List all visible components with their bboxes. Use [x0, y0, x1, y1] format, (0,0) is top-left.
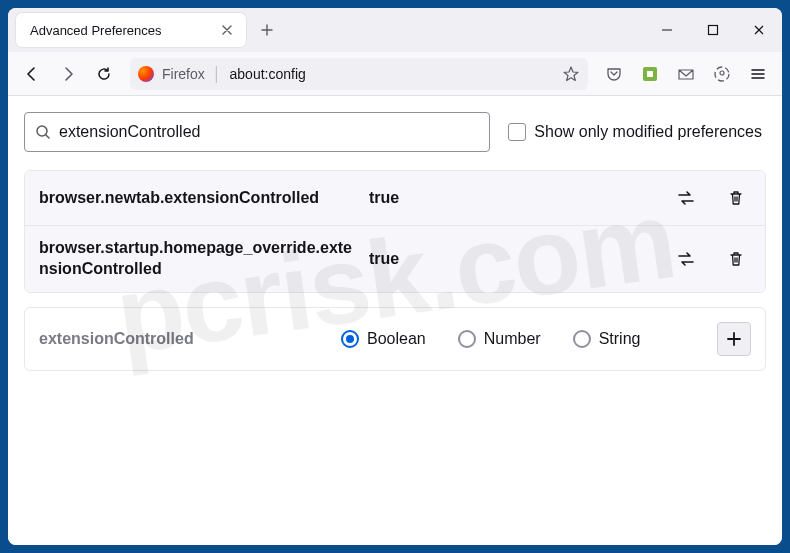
url-bar[interactable]: Firefox │ about:config	[130, 58, 588, 90]
add-button[interactable]	[717, 322, 751, 356]
radio-icon	[341, 330, 359, 348]
forward-button[interactable]	[52, 58, 84, 90]
minimize-button[interactable]	[644, 8, 690, 52]
delete-icon[interactable]	[721, 183, 751, 213]
nav-toolbar: Firefox │ about:config	[8, 52, 782, 96]
extension-icon[interactable]	[634, 58, 666, 90]
identity-label: Firefox	[162, 66, 205, 82]
back-button[interactable]	[16, 58, 48, 90]
toggle-icon[interactable]	[671, 244, 701, 274]
radio-number[interactable]: Number	[458, 330, 541, 348]
pref-name: browser.startup.homepage_override.extens…	[39, 238, 357, 280]
toggle-icon[interactable]	[671, 183, 701, 213]
pref-row[interactable]: browser.startup.homepage_override.extens…	[25, 226, 765, 292]
search-icon	[35, 124, 51, 140]
add-pref-name: extensionControlled	[39, 330, 329, 348]
radio-label: Number	[484, 330, 541, 348]
browser-window: Advanced Preferences Firefox │ about:con…	[8, 8, 782, 545]
svg-point-4	[720, 71, 724, 75]
new-tab-button[interactable]	[252, 15, 282, 45]
tab-strip: Advanced Preferences	[8, 13, 644, 47]
titlebar: Advanced Preferences	[8, 8, 782, 52]
search-box[interactable]	[24, 112, 490, 152]
radio-label: Boolean	[367, 330, 426, 348]
checkbox-icon	[508, 123, 526, 141]
pocket-icon[interactable]	[598, 58, 630, 90]
about-config-content: Show only modified preferences browser.n…	[8, 96, 782, 545]
radio-string[interactable]: String	[573, 330, 641, 348]
url-text: about:config	[230, 66, 554, 82]
search-input[interactable]	[59, 123, 479, 141]
pref-name: browser.newtab.extensionControlled	[39, 188, 357, 209]
add-preference-row: extensionControlled Boolean Number Strin…	[24, 307, 766, 371]
pref-value: true	[369, 250, 659, 268]
show-modified-label: Show only modified preferences	[534, 123, 762, 141]
mail-icon[interactable]	[670, 58, 702, 90]
radio-boolean[interactable]: Boolean	[341, 330, 426, 348]
separator: │	[213, 66, 222, 82]
svg-rect-0	[709, 26, 718, 35]
row-actions	[671, 244, 751, 274]
preferences-table: browser.newtab.extensionControlled true …	[24, 170, 766, 293]
maximize-button[interactable]	[690, 8, 736, 52]
window-controls	[644, 8, 782, 52]
close-window-button[interactable]	[736, 8, 782, 52]
svg-rect-2	[647, 71, 653, 77]
reload-button[interactable]	[88, 58, 120, 90]
pref-row[interactable]: browser.newtab.extensionControlled true	[25, 171, 765, 226]
radio-label: String	[599, 330, 641, 348]
pref-value: true	[369, 189, 659, 207]
row-actions	[671, 183, 751, 213]
bookmark-star-icon[interactable]	[562, 65, 580, 83]
show-modified-checkbox[interactable]: Show only modified preferences	[508, 123, 766, 141]
tab-advanced-preferences[interactable]: Advanced Preferences	[16, 13, 246, 47]
search-row: Show only modified preferences	[24, 112, 766, 152]
radio-icon	[573, 330, 591, 348]
delete-icon[interactable]	[721, 244, 751, 274]
close-icon[interactable]	[218, 21, 236, 39]
menu-button[interactable]	[742, 58, 774, 90]
radio-icon	[458, 330, 476, 348]
type-radio-group: Boolean Number String	[341, 330, 705, 348]
tab-title: Advanced Preferences	[30, 23, 218, 38]
svg-point-3	[715, 67, 729, 81]
firefox-icon	[138, 66, 154, 82]
account-icon[interactable]	[706, 58, 738, 90]
